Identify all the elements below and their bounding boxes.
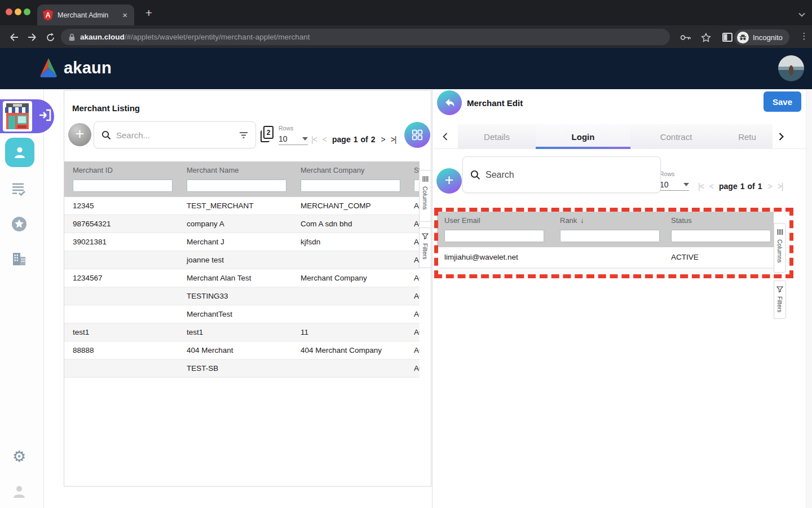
url-field[interactable]: akaun.cloud/#/applets/wavelet/erp/entity… xyxy=(61,29,670,45)
filter-input-user-email[interactable] xyxy=(444,230,544,242)
incognito-label: Incognito xyxy=(753,33,783,42)
back-button[interactable] xyxy=(437,90,462,115)
table-row[interactable]: MerchantTestACTIVE xyxy=(64,305,420,323)
column-header-status[interactable]: Status xyxy=(664,212,774,227)
filters-side-tab[interactable]: Filters xyxy=(774,281,786,319)
column-header-merchant-company[interactable]: Merchant Company xyxy=(292,161,405,177)
rows-value[interactable]: 10 xyxy=(279,133,308,145)
table-row[interactable]: 88888404 Merchant404 Merchant CompanyACT… xyxy=(64,341,420,360)
side-panel-icon[interactable] xyxy=(721,30,734,44)
next-page-button[interactable]: > xyxy=(768,182,772,191)
filters-side-tab[interactable]: Filters xyxy=(419,227,431,268)
login-search-box[interactable]: Search xyxy=(462,156,661,193)
sidebar-item-organization[interactable] xyxy=(10,249,29,269)
browser-tab[interactable]: A Merchant Admin × xyxy=(37,5,134,25)
prev-page-button[interactable]: < xyxy=(709,182,713,191)
table-row[interactable]: limjiahui@wavelet.netACTIVE xyxy=(437,247,774,268)
list-check-icon xyxy=(11,182,27,196)
next-page-button[interactable]: > xyxy=(381,135,385,144)
filter-cell xyxy=(178,177,292,197)
storefront-applet-icon xyxy=(3,101,32,132)
window-close-button[interactable] xyxy=(6,8,12,15)
search-icon xyxy=(102,130,111,140)
tab-login[interactable]: Login xyxy=(536,124,630,149)
table-row[interactable]: 39021381Merchant JkjfsdnACTIVE xyxy=(64,233,420,251)
filter-lines-icon[interactable] xyxy=(239,132,248,138)
rows-selector[interactable]: Rows 10 xyxy=(279,125,308,145)
user-avatar[interactable] xyxy=(778,55,804,81)
sort-desc-icon: ↓ xyxy=(580,217,584,225)
filter-cell xyxy=(437,227,553,247)
columns-side-tab[interactable]: Columns xyxy=(419,170,431,222)
window-maximize-button[interactable] xyxy=(24,8,30,15)
back-nav-icon[interactable] xyxy=(7,30,21,45)
new-tab-button[interactable]: + xyxy=(141,5,157,21)
first-page-button[interactable]: |< xyxy=(698,182,704,191)
column-header-merchant-name[interactable]: Merchant Name xyxy=(178,161,292,177)
tab-search-chevron-icon[interactable] xyxy=(798,9,805,19)
sidebar-item-tasks[interactable] xyxy=(10,179,29,199)
gear-icon: ⚙ xyxy=(12,448,26,466)
add-login-button[interactable]: + xyxy=(436,168,462,194)
table-cell xyxy=(64,360,178,377)
tab-contract[interactable]: Contract xyxy=(630,124,722,149)
url-domain: akaun.cloud xyxy=(80,33,125,41)
table-cell: Merchant Company xyxy=(292,269,405,287)
rows-selector[interactable]: Rows 10 xyxy=(660,170,689,191)
columns-icon xyxy=(777,229,783,235)
prev-page-button[interactable]: < xyxy=(323,135,326,144)
table-row[interactable]: TEST-SBACTIVE xyxy=(64,360,420,378)
stacked-pages-icon[interactable]: 2 xyxy=(261,126,273,142)
column-header-rank[interactable]: Rank↓ xyxy=(553,212,664,227)
column-header-status[interactable]: Status xyxy=(405,161,420,177)
filter-input-merchant-id[interactable] xyxy=(73,179,173,192)
table-row[interactable]: test1test111ACTIVE xyxy=(64,323,420,341)
panel-divider xyxy=(432,89,433,508)
sidebar-item-merchant-applet[interactable] xyxy=(0,99,54,133)
filter-input-status[interactable] xyxy=(671,230,771,242)
table-row[interactable]: joanne testACTIVE xyxy=(64,251,420,269)
table-cell xyxy=(64,251,178,269)
grid-view-button[interactable] xyxy=(404,122,430,148)
first-page-button[interactable]: |< xyxy=(311,135,317,144)
password-key-icon[interactable] xyxy=(679,30,692,44)
column-header-merchant-id[interactable]: Merchant ID xyxy=(64,161,178,177)
table-cell: ACTIVE xyxy=(405,360,420,377)
sidebar-item-merchant[interactable] xyxy=(5,138,34,167)
last-page-button[interactable]: >| xyxy=(391,135,396,144)
forward-nav-icon[interactable] xyxy=(25,30,39,45)
last-page-button[interactable]: >| xyxy=(778,182,783,191)
tab-close-icon[interactable]: × xyxy=(121,10,129,20)
merchant-search-box[interactable]: Search... xyxy=(94,121,256,148)
filter-input-rank[interactable] xyxy=(560,230,660,242)
tab-details[interactable]: Details xyxy=(458,124,536,149)
add-merchant-button[interactable]: + xyxy=(68,123,91,146)
reload-icon[interactable] xyxy=(43,30,58,45)
filter-input-merchant-company[interactable] xyxy=(301,179,400,192)
sidebar-item-favorites[interactable] xyxy=(10,214,29,234)
page-scrollbar[interactable] xyxy=(806,89,812,508)
table-row[interactable]: 12345TEST_MERCHANTMERCHANT_COMPACTIVE xyxy=(64,197,420,215)
table-cell: 404 Merchant Company xyxy=(292,341,405,359)
merchant-table-header: Merchant IDMerchant NameMerchant Company… xyxy=(64,161,420,177)
brand-name: akaun xyxy=(64,59,112,77)
table-cell: ACTIVE xyxy=(405,287,420,305)
table-row[interactable]: 1234567Merchant Alan TestMerchant Compan… xyxy=(64,269,420,287)
sidebar-item-settings[interactable]: ⚙ xyxy=(10,447,29,466)
column-header-user-email[interactable]: User Email xyxy=(437,212,553,227)
filter-input-merchant-name[interactable] xyxy=(187,179,286,192)
tabs-scroll-right-icon[interactable] xyxy=(776,132,786,142)
rows-value[interactable]: 10 xyxy=(660,178,689,191)
merchant-pagination: |< < page 1 of 2 > >| xyxy=(311,135,396,144)
save-button[interactable]: Save xyxy=(764,91,801,112)
browser-menu-icon[interactable]: ⋮ xyxy=(800,31,809,41)
table-row[interactable]: TESTING33ACTIVE xyxy=(64,287,420,305)
bookmark-star-icon[interactable] xyxy=(699,30,713,44)
sidebar-item-profile[interactable] xyxy=(10,482,29,501)
window-minimize-button[interactable] xyxy=(15,8,21,15)
table-cell: ACTIVE xyxy=(405,341,420,359)
tab-retu[interactable]: Retu xyxy=(722,124,773,149)
columns-side-tab[interactable]: Columns xyxy=(774,223,786,273)
table-row[interactable]: 987654321company ACom A sdn bhdACTIVE xyxy=(64,215,420,233)
tabs-scroll-left-icon[interactable] xyxy=(440,132,450,142)
